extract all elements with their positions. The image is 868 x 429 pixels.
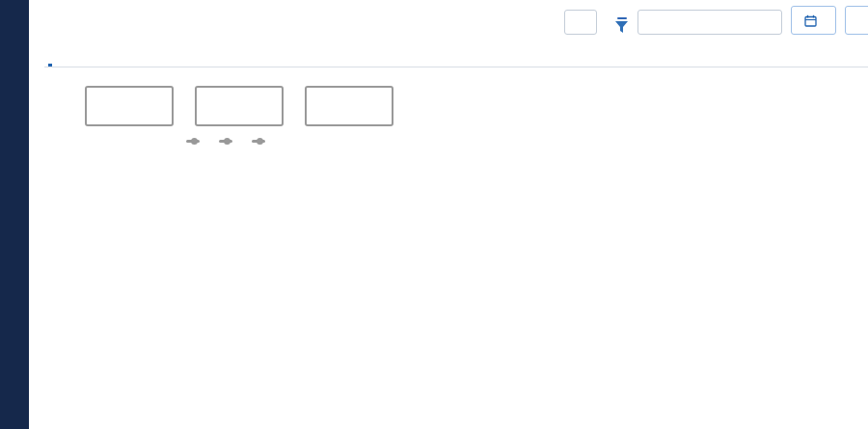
- kpi-forecast-cost: [195, 81, 284, 126]
- budget-panel-banner: [448, 81, 652, 104]
- filter-select[interactable]: [637, 10, 782, 35]
- header-controls: [564, 6, 868, 35]
- legend-item-variance[interactable]: [252, 140, 269, 143]
- legend-swatch: [186, 140, 200, 143]
- tab-forecast-overview[interactable]: [48, 47, 52, 67]
- legend-item-forecast[interactable]: [219, 140, 236, 143]
- filter-icon-wrap: [614, 17, 629, 34]
- legend-item-budget[interactable]: [186, 140, 203, 143]
- budget-cost-panel: [448, 81, 652, 143]
- tab-department-pm-review[interactable]: [79, 47, 83, 67]
- schedule-calendar-icon: [804, 14, 817, 27]
- line-chart-legend: [44, 140, 411, 143]
- kpi-row: [44, 81, 432, 126]
- period-selector[interactable]: [564, 10, 597, 35]
- tab-bar: [44, 47, 868, 67]
- kpi-budget-cost: [85, 81, 174, 126]
- filter-group: [637, 7, 782, 35]
- legend-swatch: [252, 140, 265, 143]
- period-group: [564, 7, 597, 35]
- sidebar: [0, 0, 29, 429]
- main-area: [29, 0, 868, 429]
- tab-transaction-history[interactable]: [141, 47, 145, 67]
- top-bar: [44, 6, 868, 35]
- forecast-panel-banner: [667, 81, 868, 104]
- dashboard-columns: [44, 77, 868, 143]
- title-block: [44, 6, 59, 14]
- app-window: [0, 0, 868, 429]
- export-button[interactable]: [845, 6, 868, 35]
- kpi-value-box: [85, 86, 174, 126]
- tab-project-review[interactable]: [110, 47, 114, 67]
- legend-swatch: [219, 140, 232, 143]
- filter-funnel-icon[interactable]: [614, 20, 629, 34]
- forecast-cost-panel: [667, 81, 868, 143]
- kpi-budget-forecast-variance: [305, 81, 393, 126]
- schedule-button[interactable]: [791, 6, 836, 35]
- left-column: [44, 77, 432, 143]
- kpi-value-box: [195, 86, 284, 126]
- kpi-value-box: [305, 86, 393, 126]
- filter-count-badge: [617, 17, 627, 19]
